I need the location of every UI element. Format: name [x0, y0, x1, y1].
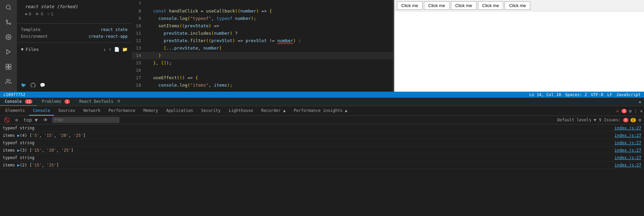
search-icon[interactable]: [4, 3, 13, 12]
error-count-badge: 8: [621, 109, 627, 113]
click-btn-4[interactable]: Click me: [478, 1, 504, 10]
console-output: typeof string index.js:27 items ▶(4) ['5…: [0, 124, 644, 216]
svg-rect-8: [6, 67, 8, 69]
expand-icon-6[interactable]: ▶: [17, 163, 20, 167]
devtools-close-icon[interactable]: ✕: [640, 109, 643, 114]
discord-icon[interactable]: 💬: [40, 83, 45, 89]
environment-value: create-react-app: [88, 34, 128, 39]
problems-badge: 1: [64, 99, 70, 104]
preview-panel: Click me Click me Click me Click me Clic…: [394, 0, 644, 92]
svg-rect-9: [9, 67, 11, 69]
tab-application[interactable]: Application: [162, 106, 197, 116]
new-folder-icon[interactable]: 📁: [122, 47, 128, 52]
click-btn-5[interactable]: Click me: [505, 1, 530, 10]
console-entry-2: items ▶(4) ['5', '15', '20', '25'] index…: [0, 132, 644, 139]
code-line: 8 const handleClick = useCallback((numbe…: [132, 7, 393, 15]
console-badge: 22: [25, 99, 32, 104]
settings-icon[interactable]: [4, 32, 13, 42]
tab-console[interactable]: Console: [29, 106, 54, 116]
console-text-4: items ▶(3) ['15', '20', '25']: [3, 148, 74, 153]
clear-console-icon[interactable]: 🚫: [3, 117, 11, 123]
github-icon[interactable]: [30, 83, 36, 89]
close-devtools-top-icon[interactable]: ✕: [639, 99, 641, 104]
stats-row: ❤ 0 👁 9 ⑂ 1: [21, 10, 128, 18]
tab-react-devtools[interactable]: React DevTools: [75, 98, 125, 106]
code-line: 15 }, []);: [132, 59, 393, 67]
environment-row: Environment create-react-app: [17, 33, 132, 40]
extensions-icon[interactable]: [4, 62, 13, 71]
views-count: 9: [41, 12, 43, 17]
eye-console-icon[interactable]: 👁: [42, 117, 49, 123]
sidebar: [0, 0, 17, 92]
console-link-2[interactable]: index.js:27: [615, 133, 641, 138]
issues-warn-badge: 1: [630, 118, 636, 122]
tab-performance[interactable]: Performance: [105, 106, 139, 116]
default-levels-dropdown[interactable]: Default levels ▼: [557, 118, 596, 122]
git-branch-icon[interactable]: [4, 18, 13, 27]
twitter-icon[interactable]: 🐦: [21, 83, 26, 89]
git-commit: c289f7752: [3, 92, 25, 97]
expand-icon-2[interactable]: ▶: [17, 133, 20, 138]
language: JavaScript: [616, 92, 641, 97]
code-line: 9 console.log("typeof", typeof number);: [132, 15, 393, 22]
click-btn-1[interactable]: Click me: [397, 1, 423, 10]
tab-elements[interactable]: Elements: [1, 106, 29, 116]
devtools-top-tabs-right: ✕: [639, 99, 644, 104]
template-value: react state: [101, 27, 128, 32]
tab-memory[interactable]: Memory: [139, 106, 162, 116]
svg-rect-7: [9, 64, 11, 67]
tab-network[interactable]: Network: [79, 106, 105, 116]
expand-icon-4[interactable]: ▶: [17, 148, 20, 153]
console-toolbar: 🚫 ⊘ top ▼ 👁 Default levels ▼ 9 Issues: 8…: [0, 116, 644, 124]
console-text-3: typeof string: [3, 141, 34, 145]
divider-1: [17, 23, 132, 24]
users-icon[interactable]: [4, 77, 13, 86]
issues-text: 9 Issues:: [599, 118, 621, 122]
files-label: Files: [26, 47, 39, 52]
code-line: 10 setItems((prevState) =>: [132, 22, 393, 30]
divider-2: [17, 42, 132, 43]
tab-security[interactable]: Security: [197, 106, 225, 116]
console-link-3[interactable]: index.js:27: [615, 141, 641, 145]
file-panel: react state (forked) ❤ 0 👁 9 ⑂ 1 Templat…: [17, 0, 132, 92]
sort-down-icon[interactable]: ↓: [103, 47, 106, 52]
svg-point-11: [117, 100, 120, 102]
tab-sources[interactable]: Sources: [54, 106, 79, 116]
console-link-6[interactable]: index.js:27: [615, 163, 641, 167]
code-editor[interactable]: 7 8 const handleClick = useCallback((num…: [132, 0, 393, 92]
views-stat: 👁 9: [35, 12, 43, 17]
devtools-more-icon[interactable]: ⋮: [634, 109, 638, 114]
svg-point-0: [6, 5, 10, 9]
social-icons: 🐦 💬: [17, 80, 132, 92]
console-entry-3: typeof string index.js:27: [0, 139, 644, 147]
console-text-1: typeof string: [3, 126, 34, 130]
tab-lighthouse[interactable]: Lighthouse: [225, 106, 257, 116]
console-link-1[interactable]: index.js:27: [615, 126, 641, 130]
console-link-4[interactable]: index.js:27: [615, 148, 641, 153]
click-btn-3[interactable]: Click me: [451, 1, 477, 10]
forks-stat: ⑂ 1: [47, 12, 53, 17]
click-btn-2[interactable]: Click me: [424, 1, 450, 10]
console-entry-4: items ▶(3) ['15', '20', '25'] index.js:2…: [0, 147, 644, 154]
tab-recorder[interactable]: Recorder ▲: [257, 106, 290, 116]
code-lines: 7 8 const handleClick = useCallback((num…: [132, 0, 393, 92]
new-file-icon[interactable]: 📄: [114, 47, 119, 52]
collapse-icon[interactable]: ▼: [21, 47, 24, 52]
console-link-5[interactable]: index.js:27: [615, 155, 641, 160]
sort-up-icon[interactable]: ↑: [109, 47, 111, 52]
status-bar: c289f7752 Ln 14, Col 10 Spaces: 2 UTF-8 …: [0, 92, 644, 98]
template-row: Template react state: [17, 26, 132, 33]
filter-icon[interactable]: ⊘: [14, 117, 19, 123]
console-filter-input[interactable]: [52, 117, 119, 123]
preview-content: [394, 11, 644, 92]
tab-problems[interactable]: Problems 1: [37, 98, 75, 106]
eol: LF: [607, 92, 612, 97]
tab-performance-insights[interactable]: Performance insights ▲: [290, 106, 351, 116]
console-settings-icon[interactable]: ⚙: [639, 117, 641, 123]
run-icon[interactable]: [4, 47, 13, 57]
context-selector[interactable]: top ▼: [22, 117, 39, 123]
tab-console-top[interactable]: Console 22: [0, 98, 37, 106]
code-line: 16: [132, 67, 393, 74]
hearts-stat: ❤ 0: [25, 12, 31, 17]
devtools-settings-icon[interactable]: ⚙: [629, 109, 632, 114]
